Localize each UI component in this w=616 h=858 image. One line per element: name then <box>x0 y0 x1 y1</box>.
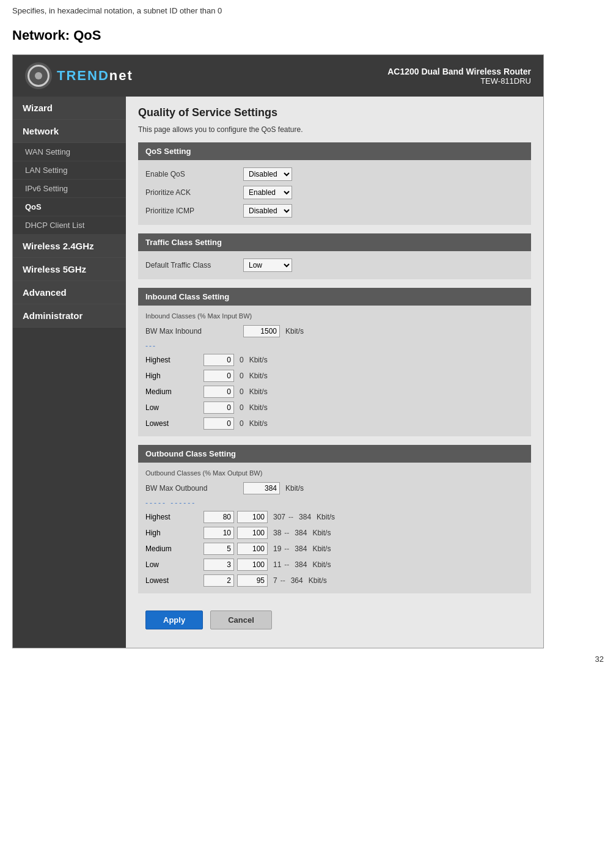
outbound-highest-unit: Kbit/s <box>317 513 335 521</box>
bw-max-inbound-label: BW Max Inbound <box>145 327 243 336</box>
outbound-highest-pct2[interactable] <box>237 511 268 523</box>
sidebar-item-administrator[interactable]: Administrator <box>13 304 126 328</box>
outbound-high-unit: Kbit/s <box>312 529 331 537</box>
bw-max-inbound-row: BW Max Inbound Kbit/s <box>145 323 524 340</box>
outbound-high-dash: -- <box>284 529 289 537</box>
prioritize-ack-control[interactable]: Enabled Disabled <box>243 186 292 199</box>
outbound-lowest-val1: 7 <box>273 576 277 585</box>
trendnet-logo-icon <box>25 62 52 89</box>
outbound-highest-val1: 307 <box>273 513 285 521</box>
outbound-highest-val2: 384 <box>299 513 311 521</box>
prioritize-icmp-label: Prioritize ICMP <box>145 207 243 215</box>
outbound-lowest-row: Lowest 7 -- 364 Kbit/s <box>145 573 524 588</box>
sidebar-sub-dhcp[interactable]: DHCP Client List <box>13 216 126 235</box>
default-traffic-control[interactable]: Low High Medium Highest Lowest <box>243 258 292 272</box>
bw-max-inbound-input[interactable] <box>243 325 280 337</box>
enable-qos-control[interactable]: Disabled Enabled <box>243 167 292 181</box>
bw-max-outbound-input[interactable] <box>243 482 280 494</box>
enable-qos-select[interactable]: Disabled Enabled <box>243 167 292 181</box>
default-traffic-label: Default Traffic Class <box>145 261 243 270</box>
outbound-low-val2: 384 <box>295 560 307 569</box>
outbound-highest-dash: -- <box>288 513 293 521</box>
apply-button[interactable]: Apply <box>145 610 203 629</box>
inbound-class-section: Inbound Class Setting Inbound Classes (%… <box>138 288 531 436</box>
inbound-lowest-val: 0 <box>240 419 244 428</box>
inbound-medium-row: Medium 0 Kbit/s <box>145 384 524 400</box>
inbound-class-header: Inbound Class Setting <box>138 288 531 306</box>
traffic-class-header: Traffic Class Setting <box>138 233 531 251</box>
outbound-desc: Outbound Classes (% Max Output BW) <box>145 468 524 480</box>
outbound-medium-unit: Kbit/s <box>312 544 331 553</box>
device-info: AC1200 Dual Band Wireless Router TEW-811… <box>387 67 531 86</box>
inbound-dashes: --- <box>145 342 524 350</box>
outbound-dashes: ----- ------ <box>145 499 524 507</box>
outbound-medium-val2: 384 <box>295 544 307 553</box>
outbound-high-pct[interactable] <box>204 527 234 539</box>
outbound-medium-row: Medium 19 -- 384 Kbit/s <box>145 541 524 557</box>
page-title: Quality of Service Settings <box>138 106 531 119</box>
qos-section-body: Enable QoS Disabled Enabled Prioritize A… <box>138 160 531 225</box>
sidebar-item-wizard[interactable]: Wizard <box>13 97 126 120</box>
inbound-high-pct[interactable] <box>204 370 234 382</box>
inbound-high-val: 0 <box>240 372 244 380</box>
outbound-low-dash: -- <box>284 560 289 569</box>
enable-qos-label: Enable QoS <box>145 170 243 178</box>
cancel-button[interactable]: Cancel <box>210 610 272 629</box>
outbound-lowest-unit: Kbit/s <box>309 576 327 585</box>
sidebar-sub-qos[interactable]: QoS <box>13 198 126 216</box>
outbound-class-section: Outbound Class Setting Outbound Classes … <box>138 445 531 593</box>
inbound-lowest-pct[interactable] <box>204 417 234 430</box>
inbound-highest-unit: Kbit/s <box>249 356 268 364</box>
router-header: TRENDnet AC1200 Dual Band Wireless Route… <box>13 55 543 97</box>
qos-setting-section: QoS Setting Enable QoS Disabled Enabled <box>138 142 531 225</box>
prioritize-ack-label: Prioritize ACK <box>145 188 243 197</box>
sidebar-sub-wan[interactable]: WAN Setting <box>13 143 126 161</box>
outbound-medium-pct2[interactable] <box>237 543 268 555</box>
inbound-high-unit: Kbit/s <box>249 372 268 380</box>
default-traffic-row: Default Traffic Class Low High Medium Hi… <box>145 256 524 274</box>
inbound-lowest-row: Lowest 0 Kbit/s <box>145 416 524 431</box>
inbound-highest-pct[interactable] <box>204 354 234 366</box>
inbound-medium-label: Medium <box>145 387 200 396</box>
outbound-lowest-pct2[interactable] <box>237 574 268 587</box>
outbound-lowest-pct[interactable] <box>204 574 234 587</box>
inbound-class-body: Inbound Classes (% Max Input BW) BW Max … <box>138 306 531 436</box>
device-model-line2: TEW-811DRU <box>387 76 531 86</box>
inbound-medium-pct[interactable] <box>204 386 234 398</box>
outbound-high-pct2[interactable] <box>237 527 268 539</box>
sidebar-item-network[interactable]: Network <box>13 120 126 143</box>
outbound-high-val1: 38 <box>273 529 281 537</box>
outbound-medium-pct[interactable] <box>204 543 234 555</box>
prioritize-ack-select[interactable]: Enabled Disabled <box>243 186 292 199</box>
sidebar-sub-ipv6[interactable]: IPv6 Setting <box>13 180 126 198</box>
prioritize-icmp-select[interactable]: Disabled Enabled <box>243 204 292 218</box>
enable-qos-row: Enable QoS Disabled Enabled <box>145 165 524 183</box>
top-description: Specifies, in hexadecimal notation, a su… <box>12 6 604 15</box>
outbound-low-label: Low <box>145 560 200 569</box>
bw-max-outbound-control: Kbit/s <box>243 482 304 494</box>
outbound-highest-pct[interactable] <box>204 511 234 523</box>
sidebar-item-wireless5[interactable]: Wireless 5GHz <box>13 258 126 281</box>
sidebar-item-wireless24[interactable]: Wireless 2.4GHz <box>13 235 126 258</box>
sidebar-sub-lan[interactable]: LAN Setting <box>13 161 126 180</box>
bw-max-outbound-unit: Kbit/s <box>285 484 304 493</box>
sidebar: Wizard Network WAN Setting LAN Setting I… <box>13 97 126 648</box>
inbound-highest-row: Highest 0 Kbit/s <box>145 352 524 368</box>
logo-text: TRENDnet <box>57 68 133 84</box>
prioritize-icmp-control[interactable]: Disabled Enabled <box>243 204 292 218</box>
inbound-low-pct[interactable] <box>204 402 234 414</box>
outbound-low-pct2[interactable] <box>237 559 268 571</box>
device-model-line1: AC1200 Dual Band Wireless Router <box>387 67 531 76</box>
bw-max-inbound-unit: Kbit/s <box>285 327 304 336</box>
inbound-highest-val: 0 <box>240 356 244 364</box>
inbound-high-row: High 0 Kbit/s <box>145 368 524 384</box>
outbound-class-header: Outbound Class Setting <box>138 445 531 463</box>
default-traffic-select[interactable]: Low High Medium Highest Lowest <box>243 258 292 272</box>
inbound-lowest-label: Lowest <box>145 419 200 428</box>
router-ui: TRENDnet AC1200 Dual Band Wireless Route… <box>12 54 544 648</box>
traffic-class-body: Default Traffic Class Low High Medium Hi… <box>138 251 531 279</box>
inbound-desc: Inbound Classes (% Max Input BW) <box>145 310 524 323</box>
outbound-low-pct[interactable] <box>204 559 234 571</box>
inbound-medium-unit: Kbit/s <box>249 387 268 396</box>
sidebar-item-advanced[interactable]: Advanced <box>13 281 126 304</box>
